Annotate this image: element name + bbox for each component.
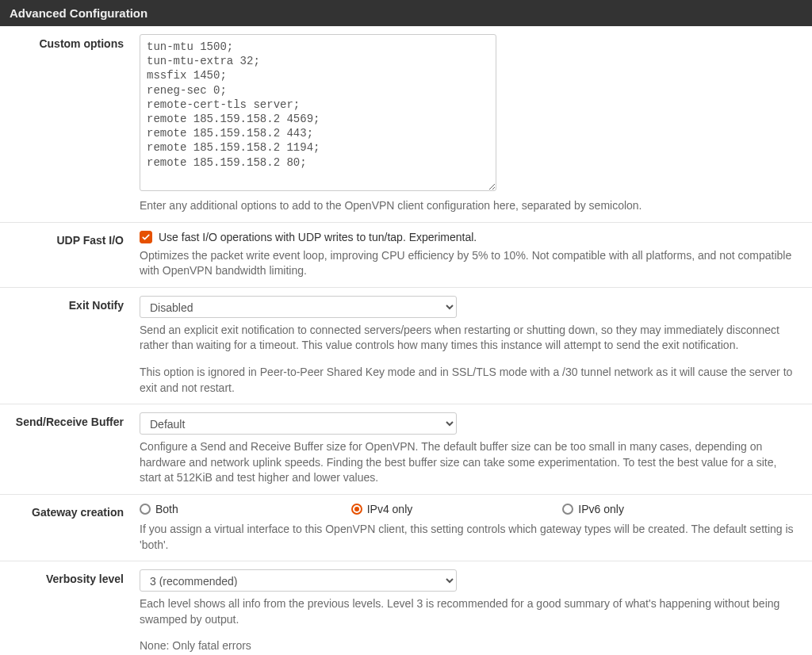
row-gateway: Gateway creation Both IPv4 only IPv6 onl… bbox=[0, 495, 812, 561]
udp-fastio-checkbox[interactable] bbox=[140, 231, 152, 243]
gateway-radio-both[interactable]: Both bbox=[140, 503, 351, 515]
label-verbosity: Verbosity level bbox=[0, 569, 140, 655]
row-verbosity: Verbosity level 3 (recommended) Each lev… bbox=[0, 561, 812, 655]
help-exit-notify: Send an explicit exit notification to co… bbox=[140, 323, 800, 396]
panel-header: Advanced Configuration bbox=[0, 0, 812, 26]
label-sndrcv-buffer: Send/Receive Buffer bbox=[0, 412, 140, 486]
label-udp-fastio: UDP Fast I/O bbox=[0, 231, 140, 279]
label-exit-notify: Exit Notify bbox=[0, 296, 140, 396]
gateway-radio-ipv6[interactable]: IPv6 only bbox=[562, 503, 774, 515]
row-udp-fastio: UDP Fast I/O Use fast I/O operations wit… bbox=[0, 223, 812, 288]
verbosity-select[interactable]: 3 (recommended) bbox=[140, 569, 457, 592]
help-gateway: If you assign a virtual interface to thi… bbox=[140, 522, 800, 553]
radio-icon bbox=[140, 504, 151, 515]
radio-icon bbox=[562, 504, 573, 515]
radio-icon bbox=[351, 504, 362, 515]
help-verbosity: Each level shows all info from the previ… bbox=[140, 596, 800, 655]
help-sndrcv-buffer: Configure a Send and Receive Buffer size… bbox=[140, 439, 800, 486]
custom-options-textarea[interactable] bbox=[140, 34, 496, 191]
gateway-radio-ipv4[interactable]: IPv4 only bbox=[351, 503, 563, 515]
help-udp-fastio: Optimizes the packet write event loop, i… bbox=[140, 248, 800, 279]
panel-title: Advanced Configuration bbox=[10, 6, 147, 20]
row-sndrcv-buffer: Send/Receive Buffer Default Configure a … bbox=[0, 404, 812, 495]
gateway-radio-group: Both IPv4 only IPv6 only bbox=[140, 503, 774, 515]
sndrcv-buffer-select[interactable]: Default bbox=[140, 412, 457, 435]
row-exit-notify: Exit Notify Disabled Send an explicit ex… bbox=[0, 288, 812, 404]
label-custom-options: Custom options bbox=[0, 34, 140, 214]
exit-notify-select[interactable]: Disabled bbox=[140, 296, 457, 318]
udp-fastio-checkbox-label: Use fast I/O operations with UDP writes … bbox=[159, 231, 477, 243]
row-custom-options: Custom options Enter any additional opti… bbox=[0, 26, 812, 223]
help-custom-options: Enter any additional options to add to t… bbox=[140, 198, 800, 214]
label-gateway: Gateway creation bbox=[0, 503, 140, 553]
